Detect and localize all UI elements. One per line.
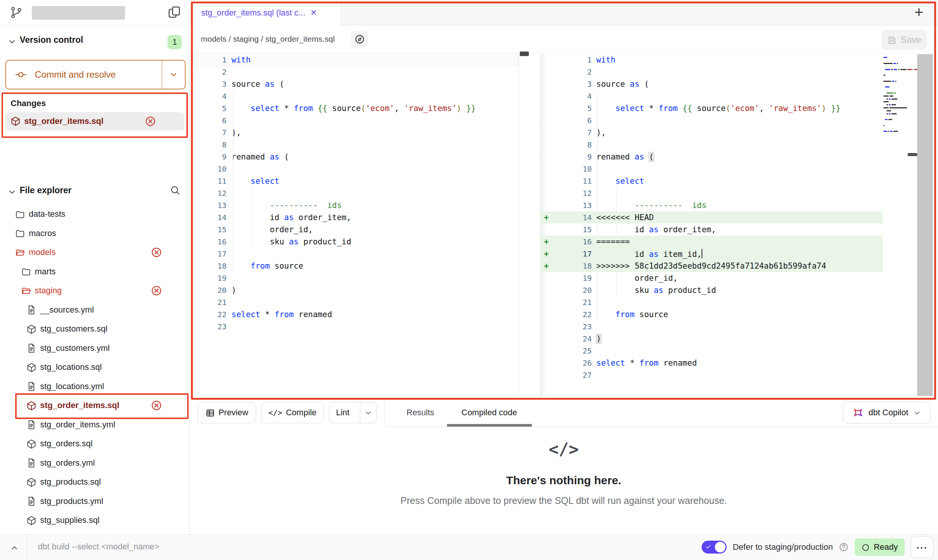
indent-guide [597, 272, 598, 321]
minimap[interactable] [883, 56, 916, 136]
code-line-14: 14 id as order_item, [193, 211, 519, 224]
left-scrollbar-thumb[interactable] [520, 52, 529, 56]
changed-file-row[interactable]: stg_order_items.sql [5, 112, 184, 130]
command-input[interactable]: dbt build --select <model_name> [38, 542, 159, 552]
search-icon[interactable] [170, 185, 180, 196]
revert-file-icon[interactable] [145, 116, 156, 127]
chevron-down-icon[interactable] [8, 37, 17, 46]
breadcrumb: models / staging / stg_order_items.sql [201, 34, 335, 44]
file-tree-item-macros[interactable]: macros [0, 224, 189, 243]
revert-file-icon[interactable] [151, 400, 162, 411]
more-options-button[interactable]: ⋯ [911, 536, 933, 558]
code-line-22: 22 from source [540, 308, 883, 321]
code-line-16: 16 sku as product_id [193, 236, 519, 248]
code-line-5: 5 select * from {{ source('ecom', 'raw_i… [540, 102, 883, 114]
code-line-14: +14<<<<<<< HEAD [540, 211, 883, 224]
lineage-button[interactable] [351, 31, 368, 47]
file-tree-item-staging[interactable]: staging [0, 281, 189, 300]
chevron-up-icon[interactable] [10, 543, 19, 552]
empty-state: </> There's nothing here. Press Compile … [189, 440, 938, 506]
tab-results[interactable]: Results [406, 408, 434, 418]
minimap-slider[interactable] [908, 153, 918, 156]
file-tree-item-stg_products.yml[interactable]: stg_products.yml [0, 492, 189, 511]
dbt-ide-window: Version control 1 Commit and resolve Cha… [0, 0, 938, 560]
file-tree-item-data-tests[interactable]: data-tests [0, 205, 189, 224]
code-line-23: 23 [193, 321, 519, 333]
help-icon[interactable] [839, 542, 849, 552]
defer-label: Defer to staging/production [733, 542, 833, 552]
file-tree-item-stg_orders.sql[interactable]: stg_orders.sql [0, 434, 189, 454]
code-line-4: 4 [540, 90, 883, 102]
branch-name-redacted [32, 6, 125, 20]
file-tree-item-label: marts [35, 267, 56, 277]
file-tree-item-stg_customers.sql[interactable]: stg_customers.sql [0, 319, 189, 339]
file-tree-item-stg_order_items.yml[interactable]: stg_order_items.yml [0, 415, 189, 435]
code-line-8: 8 [540, 139, 883, 151]
file-tree-item-label: stg_orders.sql [40, 439, 92, 449]
indent-guide [252, 187, 252, 248]
table-icon [206, 408, 215, 418]
editor-scrollbar[interactable] [917, 54, 933, 396]
code-line-3: 3source as ( [540, 78, 883, 90]
text-cursor [702, 249, 702, 258]
file-tree-item-label: staging [35, 286, 62, 296]
file-icon [27, 496, 36, 506]
file-tree-item-label: stg_order_items.sql [40, 400, 119, 410]
code-line-6: 6 [540, 114, 883, 127]
revert-file-icon[interactable] [151, 285, 162, 296]
code-editor-right[interactable]: 1with23source as (45 select * from {{ so… [540, 54, 883, 381]
code-line-19: 19 [193, 272, 519, 284]
file-tree-item-stg_products.sql[interactable]: stg_products.sql [0, 472, 189, 492]
save-button[interactable]: Save [882, 30, 927, 50]
chevron-down-icon [913, 408, 921, 418]
chevron-down-icon [364, 408, 372, 418]
code-line-24: 24) [540, 333, 883, 345]
compile-button[interactable]: </> Compile [261, 402, 324, 423]
code-line-15: 15 id as order_item, [540, 224, 883, 236]
tab-stg-order-items[interactable]: stg_order_items.sql (last c... × [191, 0, 341, 25]
tab-compiled-code[interactable]: Compiled code [461, 408, 517, 418]
file-tree-item-models[interactable]: models [0, 243, 189, 262]
code-line-13: 13 ---------- ids [193, 199, 519, 211]
file-tree-item-stg_orders.yml[interactable]: stg_orders.yml [0, 454, 189, 473]
code-line-12: 12 [193, 187, 519, 199]
file-tree-item-marts[interactable]: marts [0, 262, 189, 282]
panel-tab-border [384, 427, 938, 427]
file-tree-item-stg_locations.yml[interactable]: stg_locations.yml [0, 377, 189, 396]
revert-file-icon[interactable] [151, 247, 162, 258]
indent-guide [597, 224, 598, 236]
lint-dropdown-button[interactable] [360, 402, 376, 423]
code-line-9: 9renamed as ( [193, 151, 519, 163]
folder-icon [21, 286, 31, 296]
file-explorer-title: File explorer [20, 185, 72, 196]
dbt-copilot-button[interactable]: dbt Copilot [843, 402, 931, 424]
model-cube-icon [27, 400, 36, 411]
file-tree-item-stg_locations.sql[interactable]: stg_locations.sql [0, 358, 189, 377]
toggle-knob [715, 542, 725, 552]
code-line-2: 2 [193, 66, 519, 78]
file-tree-item-label: stg_order_items.yml [40, 420, 115, 430]
sidebar: Version control 1 Commit and resolve Cha… [0, 0, 190, 534]
file-tree-item-label: data-tests [29, 209, 66, 219]
code-editor-left[interactable]: 1with23source as (45 select * from {{ so… [193, 54, 519, 333]
commit-and-resolve-button[interactable]: Commit and resolve [5, 60, 186, 89]
close-icon[interactable]: × [311, 8, 317, 18]
file-tree-item-stg_customers.yml[interactable]: stg_customers.yml [0, 339, 189, 358]
preview-button[interactable]: Preview [198, 402, 256, 423]
ready-status-badge: Ready [855, 538, 905, 556]
file-tree-item-stg_supplies.sql[interactable]: stg_supplies.sql [0, 511, 189, 530]
commit-dropdown-button[interactable] [162, 61, 185, 89]
code-line-22: 22select * from renamed [193, 308, 519, 321]
new-tab-button[interactable]: + [915, 4, 923, 21]
chevron-down-icon[interactable] [8, 188, 17, 197]
changes-count-badge: 1 [167, 35, 182, 49]
file-tree-item-stg_order_items.sql[interactable]: stg_order_items.sql [0, 396, 189, 415]
file-tree-item-__sources.yml[interactable]: __sources.yml [0, 300, 189, 320]
code-line-11: 11 select [540, 175, 883, 187]
file-tree-item-label: stg_customers.yml [40, 343, 109, 353]
copy-icon[interactable] [167, 5, 181, 19]
lint-button[interactable]: Lint [329, 402, 377, 423]
file-icon [27, 305, 36, 315]
defer-toggle[interactable] [702, 541, 727, 554]
toolbar-divider [384, 398, 385, 427]
